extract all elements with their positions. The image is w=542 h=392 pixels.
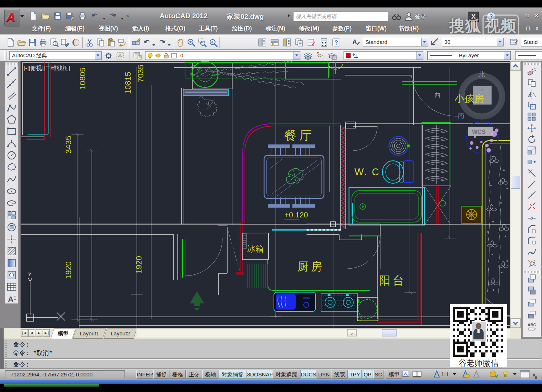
status-toggle-3DOSNAP[interactable]: 3DOSNAP <box>247 370 272 379</box>
scroll-left-button[interactable]: ‹ <box>347 329 357 336</box>
text-style-combo-arrow[interactable] <box>421 38 428 46</box>
copy-icon[interactable] <box>527 78 537 88</box>
more-arrows-icon[interactable]: » <box>126 13 134 19</box>
cut-icon[interactable] <box>85 38 94 47</box>
undo-icon[interactable] <box>90 11 99 21</box>
open-icon[interactable] <box>17 38 26 47</box>
redo-icon[interactable] <box>108 11 118 21</box>
bring-to-front-icon[interactable] <box>527 274 537 284</box>
toolbar2-grip[interactable] <box>4 51 7 60</box>
status-toggle-DYN[interactable]: DYN <box>317 370 331 379</box>
layer-combo[interactable]: 0 <box>145 51 300 60</box>
close-button[interactable]: X <box>533 12 541 19</box>
menu-0[interactable]: 文件(F) <box>32 25 51 33</box>
status-toggle-DUCS[interactable]: DUCS <box>300 370 316 379</box>
quick-calc-icon[interactable] <box>319 38 329 47</box>
undo-icon[interactable] <box>142 38 152 47</box>
extend-icon[interactable] <box>527 179 537 189</box>
search-expand-arrow-icon[interactable] <box>288 14 290 17</box>
status-menu-arrow-icon[interactable] <box>513 373 517 375</box>
text-to-front-icon[interactable]: ABC <box>527 322 537 332</box>
color-combo-arrow[interactable] <box>416 52 423 60</box>
break-at-point-icon[interactable] <box>527 191 537 201</box>
search-input[interactable]: 键入关键字或短语 <box>293 12 388 21</box>
insert-block-icon[interactable] <box>6 210 17 221</box>
qnew-icon[interactable] <box>6 38 15 47</box>
status-toggle-SC[interactable]: SC <box>373 370 383 379</box>
modify-toolbar-handle[interactable] <box>524 63 540 65</box>
menu-2[interactable]: 视图(V) <box>99 25 118 33</box>
horizontal-scroll-thumb[interactable] <box>382 329 397 336</box>
status-toggle-对象追踪[interactable]: 对象追踪 <box>272 370 300 379</box>
chamfer-icon[interactable] <box>527 224 537 234</box>
bring-above-objects-icon[interactable] <box>527 298 537 308</box>
lineweight-combo[interactable] <box>515 51 542 60</box>
fillet-icon[interactable] <box>527 236 537 246</box>
explode-icon[interactable] <box>527 258 537 268</box>
menu-11[interactable]: 帮助(H) <box>399 25 419 33</box>
line-icon[interactable] <box>6 66 17 77</box>
rectangle-icon[interactable] <box>6 126 17 137</box>
copy-clip-icon[interactable] <box>96 38 105 47</box>
annotation-scale-arrow-icon[interactable] <box>453 373 456 375</box>
properties-icon[interactable] <box>258 38 267 47</box>
polygon-icon[interactable] <box>6 114 17 125</box>
tab-next-button[interactable]: ► <box>36 329 42 337</box>
drawing-viewport[interactable]: 餐厅 W. C 厨房 阳台 冰箱 小孩房 +0.120 10805 10815 … <box>21 61 510 328</box>
gradient-icon[interactable] <box>6 258 17 269</box>
dim-style-icon[interactable] <box>509 37 519 47</box>
send-to-back-icon[interactable] <box>527 286 537 296</box>
tab-first-button[interactable]: |◄ <box>21 329 28 337</box>
layer-previous-icon[interactable] <box>315 51 324 61</box>
layout-quickview-icon[interactable] <box>401 370 411 379</box>
search-binoculars-icon[interactable] <box>392 12 401 22</box>
send-under-objects-icon[interactable] <box>527 310 537 320</box>
layer-combo-arrow[interactable] <box>293 52 300 60</box>
tab-model[interactable]: 模型 <box>50 328 75 339</box>
draw-toolbar-handle[interactable] <box>5 63 18 65</box>
draworder-toolbar-handle[interactable] <box>524 271 540 273</box>
tab-last-button[interactable]: ►| <box>43 329 50 337</box>
zoom-previous-icon[interactable] <box>208 38 218 47</box>
text-style-icon[interactable]: A <box>351 37 361 47</box>
command-prompt-line[interactable]: 命令: <box>13 360 29 369</box>
table-icon[interactable] <box>6 282 17 293</box>
menu-10[interactable]: 窗口(W) <box>366 25 387 33</box>
plot-icon[interactable] <box>38 38 48 47</box>
linetype-combo[interactable]: ByLayer <box>427 51 511 60</box>
design-center-icon[interactable] <box>270 38 279 47</box>
ellipse-arc-icon[interactable] <box>6 198 17 209</box>
paste-icon[interactable] <box>107 38 116 47</box>
tab-layout1[interactable]: Layout1 <box>73 328 106 339</box>
zoom-realtime-icon[interactable] <box>186 38 196 47</box>
new-file-icon[interactable] <box>28 11 38 21</box>
status-toggle-极轴[interactable]: 极轴 <box>202 370 218 379</box>
status-toggle-捕捉[interactable]: 捕捉 <box>153 370 169 379</box>
plot-preview-icon[interactable] <box>49 38 59 47</box>
annotation-scale-value[interactable]: 1:1 <box>441 371 449 377</box>
text-height-combo[interactable]: 30 <box>442 38 504 46</box>
workspace-settings-icon[interactable] <box>104 51 113 61</box>
make-block-icon[interactable] <box>6 222 17 233</box>
lock-ui-icon[interactable] <box>501 370 509 379</box>
workspace-switch-icon[interactable] <box>489 370 499 379</box>
status-toggle-INFER[interactable]: INFER <box>136 370 153 379</box>
break-icon[interactable] <box>527 202 537 212</box>
join-icon[interactable] <box>527 213 537 223</box>
menu-6[interactable]: 绘图(D) <box>232 25 252 33</box>
menu-1[interactable]: 编辑(E) <box>65 25 85 33</box>
mirror-icon[interactable] <box>527 89 537 99</box>
redo-icon[interactable] <box>157 38 167 47</box>
workspace-combo-arrow[interactable] <box>95 52 101 60</box>
text-height-combo-arrow[interactable] <box>497 38 503 46</box>
point-icon[interactable] <box>6 234 17 245</box>
pan-icon[interactable] <box>176 38 185 47</box>
publish-icon[interactable] <box>60 38 70 47</box>
offset-icon[interactable] <box>527 101 537 111</box>
circle-icon[interactable] <box>6 150 17 161</box>
undo-drop-icon[interactable] <box>152 41 155 44</box>
save-as-icon[interactable] <box>65 11 75 21</box>
markup-icon[interactable] <box>307 38 316 47</box>
sheet-set-icon[interactable] <box>295 38 304 47</box>
multiline-icon[interactable] <box>6 90 17 101</box>
